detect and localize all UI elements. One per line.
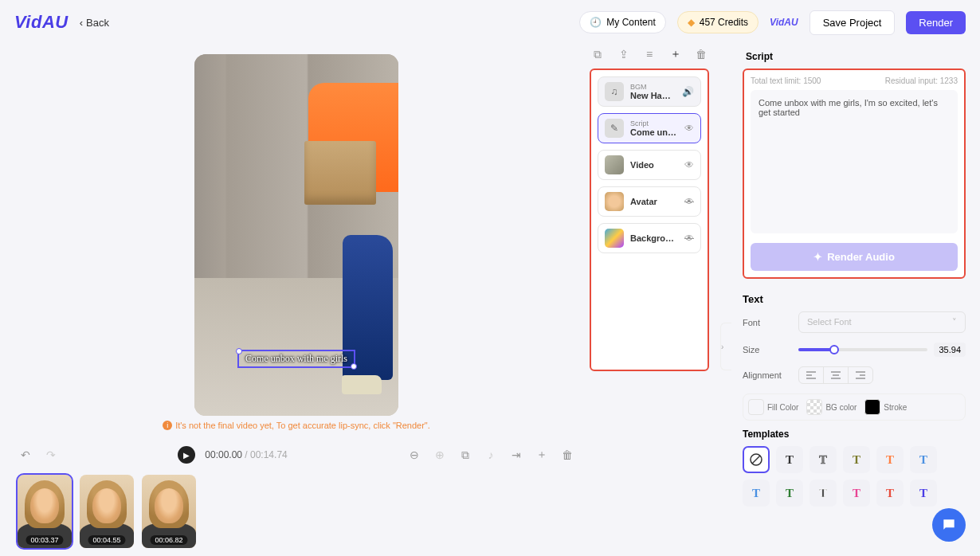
templates-heading: Templates <box>743 429 966 440</box>
svg-line-10 <box>752 456 760 464</box>
stroke-color-button[interactable]: Stroke <box>864 399 907 415</box>
chat-icon <box>941 517 957 533</box>
clip-thumbnail[interactable]: 00:03.37 <box>18 475 72 548</box>
alignment-label: Alignment <box>743 370 790 380</box>
copy-icon[interactable]: ⧉ <box>590 46 606 62</box>
template-item[interactable]: T <box>910 480 937 507</box>
size-slider[interactable] <box>798 348 927 351</box>
template-item[interactable]: T <box>776 480 803 507</box>
brand-small: VidAU <box>770 17 798 28</box>
layer-background[interactable]: Background 👁 <box>598 223 701 253</box>
add-icon[interactable]: ＋ <box>534 447 550 463</box>
eye-off-icon[interactable]: 👁 <box>684 233 694 244</box>
split-icon[interactable]: ⇥ <box>508 447 524 463</box>
layer-bgm[interactable]: ♫ BGM New Happiness 🔊 <box>598 76 701 107</box>
script-panel: Total text limit: 1500 Residual input: 1… <box>743 69 966 279</box>
delete-icon[interactable]: 🗑 <box>559 447 575 463</box>
render-hint: i It's not the final video yet, To get a… <box>163 421 430 430</box>
clip-thumbnail[interactable]: 00:06.82 <box>142 475 196 548</box>
eye-icon[interactable]: 👁 <box>684 159 694 170</box>
clock-icon: 🕘 <box>590 17 602 28</box>
layer-title: Video <box>630 160 678 170</box>
align-center-button[interactable] <box>824 367 849 383</box>
time-display: 00:00.00 / 00:14.74 <box>205 449 287 460</box>
script-input[interactable]: Come unbox with me girls, I'm so excited… <box>751 90 958 233</box>
chat-fab[interactable] <box>932 508 966 542</box>
text-heading: Text <box>743 293 966 305</box>
avatar-thumb <box>605 192 624 211</box>
upload-icon[interactable]: ⇪ <box>616 46 632 62</box>
template-item[interactable]: T <box>843 480 870 507</box>
layer-title: Come unbox ... <box>630 127 678 137</box>
layer-label: Script <box>630 119 678 127</box>
bg-label: BG color <box>825 403 857 412</box>
caption-overlay[interactable]: Come unbox with me girls <box>237 350 355 368</box>
back-button[interactable]: ‹ Back <box>80 17 109 29</box>
my-content-label: My Content <box>606 17 655 28</box>
play-button[interactable]: ▶ <box>178 446 195 464</box>
add-layer-icon[interactable]: ＋ <box>668 46 684 62</box>
collapse-handle[interactable]: › <box>720 323 731 370</box>
layers-panel: ♫ BGM New Happiness 🔊 ✎ Script Come unbo… <box>590 69 709 371</box>
redo-icon[interactable]: ↷ <box>43 447 59 463</box>
info-icon: i <box>163 421 172 430</box>
video-preview[interactable]: Come unbox with me girls <box>194 54 398 416</box>
trash-icon[interactable]: 🗑 <box>693 46 709 62</box>
template-none[interactable] <box>743 446 770 473</box>
undo-icon[interactable]: ↶ <box>18 447 33 463</box>
render-audio-button[interactable]: ✦ Render Audio <box>751 243 958 271</box>
layer-script[interactable]: ✎ Script Come unbox ... 👁 <box>598 113 701 143</box>
template-item[interactable]: T <box>809 480 837 507</box>
render-button[interactable]: Render <box>906 11 966 34</box>
template-item[interactable]: T <box>809 446 837 473</box>
layer-avatar[interactable]: Avatar 👁 <box>598 186 701 217</box>
render-hint-text: It's not the final video yet, To get acc… <box>175 421 430 430</box>
clip-thumbnail[interactable]: 00:04.55 <box>80 475 134 548</box>
chevron-left-icon: ‹ <box>80 17 83 29</box>
eye-off-icon[interactable]: 👁 <box>684 196 694 207</box>
bg-color-button[interactable]: BG color <box>806 399 857 415</box>
layer-title: New Happiness <box>630 91 676 100</box>
residual-input: Residual input: 1233 <box>885 76 958 85</box>
logo: VidAU <box>14 12 69 33</box>
zoom-out-icon[interactable]: ⊖ <box>406 447 422 463</box>
my-content-button[interactable]: 🕘 My Content <box>579 11 665 33</box>
bg-thumb <box>605 229 624 248</box>
zoom-in-icon[interactable]: ⊕ <box>432 447 448 463</box>
clip-timestamp: 00:06.82 <box>150 535 187 545</box>
template-item[interactable]: T <box>876 446 904 473</box>
clip-timestamp: 00:04.55 <box>88 535 125 545</box>
save-project-button[interactable]: Save Project <box>809 10 896 35</box>
bg-swatch <box>806 399 822 415</box>
stroke-swatch <box>864 399 880 415</box>
layer-video[interactable]: Video 👁 <box>598 150 701 180</box>
template-item[interactable]: T <box>776 446 803 473</box>
align-left-button[interactable] <box>799 367 824 383</box>
clip-timestamp: 00:03.37 <box>25 535 63 545</box>
credits-pill[interactable]: ◆ 457 Credits <box>677 11 759 33</box>
size-label: Size <box>743 345 790 354</box>
volume-icon[interactable]: 🔊 <box>682 86 694 97</box>
back-label: Back <box>86 17 109 29</box>
text-limit: Total text limit: 1500 <box>751 76 821 85</box>
layer-label: BGM <box>630 83 676 91</box>
font-select[interactable]: Select Font ˅ <box>798 311 966 333</box>
fill-color-button[interactable]: Fill Color <box>748 399 798 415</box>
template-item[interactable]: T <box>843 446 870 473</box>
eye-icon[interactable]: 👁 <box>684 123 694 134</box>
template-item[interactable]: T <box>876 480 904 507</box>
sound-icon[interactable]: ♪ <box>483 447 499 463</box>
layer-title: Avatar <box>630 197 678 206</box>
diamond-icon: ◆ <box>688 17 695 28</box>
video-thumb <box>605 155 624 174</box>
render-audio-label: Render Audio <box>827 251 895 263</box>
filter-icon[interactable]: ≡ <box>641 46 657 62</box>
font-placeholder: Select Font <box>807 317 852 327</box>
template-item[interactable]: T <box>743 480 770 507</box>
script-icon: ✎ <box>605 119 624 138</box>
templates-grid: T T T T T T T T T T T <box>743 446 966 507</box>
align-right-button[interactable] <box>849 367 872 383</box>
template-item[interactable]: T <box>910 446 937 473</box>
fill-label: Fill Color <box>767 403 798 412</box>
fit-icon[interactable]: ⧉ <box>457 447 473 463</box>
